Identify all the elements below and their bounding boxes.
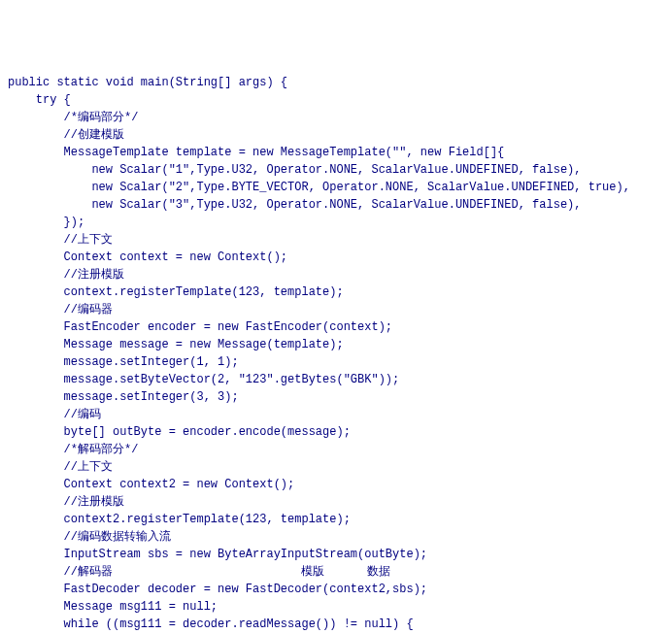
code-line: message.setInteger(1, 1);	[8, 353, 664, 371]
code-line: //解码器 模版 数据	[8, 563, 664, 581]
code-line: context2.registerTemplate(123, template)…	[8, 511, 664, 528]
code-block: public static void main(String[] args) {…	[8, 74, 664, 634]
code-line: /*解码部分*/	[8, 441, 664, 458]
code-line: Message message = new Message(template);	[8, 336, 664, 353]
code-line: Context context = new Context();	[8, 249, 664, 266]
code-line: Context context2 = new Context();	[8, 476, 664, 493]
code-line: //注册模版	[8, 493, 664, 511]
code-line: //注册模版	[8, 266, 664, 284]
code-line: });	[8, 214, 664, 231]
code-line: //上下文	[8, 458, 664, 476]
code-line: InputStream sbs = new ByteArrayInputStre…	[8, 546, 664, 563]
code-line: message.setByteVector(2, "123".getBytes(…	[8, 371, 664, 388]
code-line: FastEncoder encoder = new FastEncoder(co…	[8, 318, 664, 336]
code-line: try {	[8, 91, 664, 109]
code-line: message.setInteger(3, 3);	[8, 388, 664, 406]
code-line: byte[] outByte = encoder.encode(message)…	[8, 423, 664, 441]
code-line: public static void main(String[] args) {	[8, 74, 664, 91]
code-line: MessageTemplate template = new MessageTe…	[8, 144, 664, 161]
code-line: /*编码部分*/	[8, 109, 664, 126]
code-line: //编码器	[8, 301, 664, 318]
code-line: context.registerTemplate(123, template);	[8, 284, 664, 301]
code-line: //编码数据转输入流	[8, 528, 664, 546]
code-line: new Scalar("1",Type.U32, Operator.NONE, …	[8, 161, 664, 179]
code-line: //创建模版	[8, 126, 664, 144]
code-line: //上下文	[8, 231, 664, 249]
code-line: FastDecoder decoder = new FastDecoder(co…	[8, 581, 664, 598]
code-line: new Scalar("2",Type.BYTE_VECTOR, Operato…	[8, 179, 664, 196]
code-line: new Scalar("3",Type.U32, Operator.NONE, …	[8, 196, 664, 214]
code-line: while ((msg111 = decoder.readMessage()) …	[8, 616, 664, 633]
code-line: //编码	[8, 406, 664, 423]
code-line: Message msg111 = null;	[8, 598, 664, 616]
